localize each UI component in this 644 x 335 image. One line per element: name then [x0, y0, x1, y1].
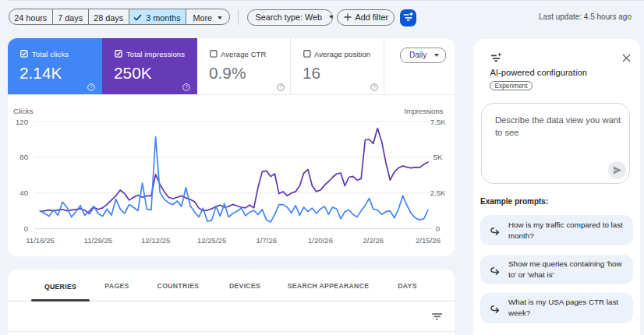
svg-text:?: ?: [373, 84, 376, 90]
svg-text:?: ?: [90, 84, 93, 90]
svg-text:?: ?: [279, 84, 282, 90]
svg-text:?: ?: [185, 84, 188, 90]
